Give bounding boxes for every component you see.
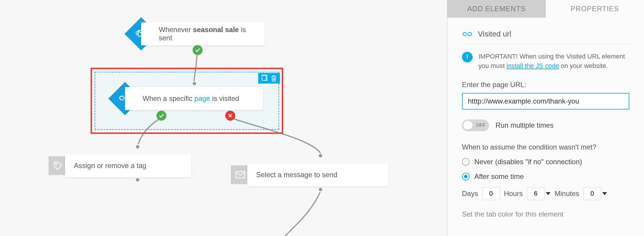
hours-input[interactable] [527,187,545,200]
section-header: Visited url [462,29,629,44]
text: When a specific [143,94,194,102]
copy-icon[interactable] [261,75,268,82]
minutes-input[interactable] [583,187,601,200]
tab-properties[interactable]: PROPERTIES [546,0,644,18]
trigger-node-email-sent[interactable]: Whenever seasonal sale is sent [129,22,265,46]
minutes-label: Minutes [555,190,579,198]
connector-dot[interactable] [318,187,323,192]
status-check-icon [156,111,166,121]
svg-rect-1 [262,75,266,80]
info-icon: ! [462,52,473,62]
radio-never[interactable]: Never (disables "if no" connection) [462,158,629,166]
node-label: When a specific page is visited [125,87,263,110]
hours-label: Hours [504,190,523,198]
text: Assign or remove a tag [74,162,146,170]
selection-toolbar [258,73,280,84]
radio-after-time[interactable]: After some time [462,172,629,181]
svg-rect-3 [236,172,245,178]
truncated-text: Set the tab color for this element [462,210,629,218]
run-multiple-toggle[interactable]: OFF [462,119,489,131]
node-label: Select a message to send [247,163,388,186]
connector-dot[interactable] [192,81,197,86]
action-node-send-message[interactable]: Select a message to send [231,163,388,186]
panel-tabs: ADD ELEMENTS PROPERTIES [447,0,644,18]
workflow-canvas[interactable]: Whenever seasonal sale is sent [0,0,447,236]
text: on your website. [559,62,608,69]
node-label: Assign or remove a tag [65,154,191,177]
text: Whenever [159,26,193,34]
node-label: Whenever seasonal sale is sent [141,22,265,45]
toggle-knob [463,121,473,130]
svg-point-2 [56,163,57,165]
status-error-icon [225,111,235,121]
radio-label: Never (disables "if no" connection) [474,158,582,166]
toggle-state: OFF [476,123,485,128]
connector-dot[interactable] [318,153,323,158]
tab-add-elements[interactable]: ADD ELEMENTS [447,0,546,18]
link-icon [462,31,473,38]
radio-icon [462,158,470,166]
install-js-link[interactable]: install the JS code [506,62,559,69]
connector-dot[interactable] [135,144,140,149]
tag-icon [49,156,67,175]
days-label: Days [462,190,478,198]
text: is visited [210,94,239,102]
radio-label: After some time [474,172,524,181]
status-check-icon [193,45,203,55]
days-input[interactable] [482,187,500,200]
radio-icon [462,173,470,180]
properties-panel: ADD ELEMENTS PROPERTIES Visited url ! IM… [447,0,644,236]
info-callout: ! IMPORTANT! When using the Visited URL … [462,52,629,71]
chevron-down-icon[interactable] [602,192,607,195]
mail-icon [231,165,250,184]
info-text: IMPORTANT! When using the Visited URL el… [478,52,629,71]
url-input[interactable] [462,93,629,109]
section-title: Visited url [478,29,511,39]
trash-icon[interactable] [271,75,277,82]
page-link[interactable]: page [194,94,210,102]
text-bold: seasonal sale [193,26,239,34]
condition-node-visited-url[interactable]: When a specific page is visited [113,87,263,110]
time-row: Days Hours Minutes [462,187,629,200]
action-node-tag[interactable]: Assign or remove a tag [49,154,191,177]
condition-heading: When to assume the condition wasn't met? [462,143,629,151]
text: Select a message to send [256,171,337,179]
toggle-label: Run multiple times [495,121,553,129]
chevron-down-icon[interactable] [546,192,550,195]
url-label: Enter the page URL: [462,81,629,89]
connector-dot[interactable] [135,177,140,182]
